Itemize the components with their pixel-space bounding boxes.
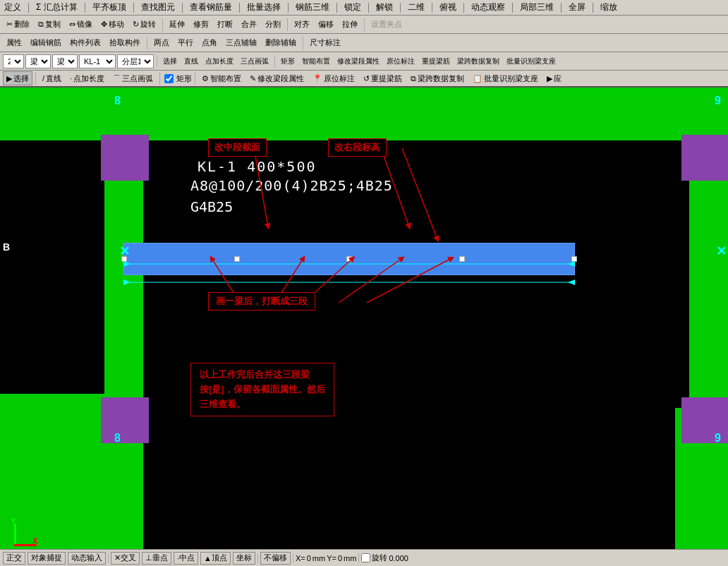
y-axis-line: [14, 524, 16, 546]
status-center[interactable]: · 中点: [174, 552, 198, 565]
btn-pick-comp2[interactable]: 三点画弧: [238, 54, 272, 68]
x-marker-right: ✕: [716, 243, 727, 259]
unit1: mm: [313, 554, 325, 562]
type2-select[interactable]: 梁: [52, 54, 78, 68]
btn-3pt-aux[interactable]: 三点辅轴: [222, 35, 260, 51]
num-top-left: 8: [114, 95, 121, 107]
btn-grip[interactable]: 设置夹点: [368, 17, 406, 32]
btn-pick-comp[interactable]: 拾取构件: [106, 35, 144, 51]
snap-batch-support[interactable]: 📋 批量识别梁支座: [469, 71, 542, 85]
status-coord[interactable]: 坐标: [233, 552, 255, 565]
menu-zoom[interactable]: 缩放: [597, 1, 620, 14]
btn-batch-id[interactable]: 批量识别梁支座: [504, 54, 559, 68]
menu-top-view[interactable]: 俯视: [437, 1, 459, 14]
btn-span-copy[interactable]: 梁跨数据复制: [454, 54, 502, 68]
layer-select[interactable]: 分层1: [117, 54, 154, 68]
btn-comp-list2[interactable]: 点加长度: [202, 54, 236, 68]
toolbar1: ✂删除 ⧉复制 ⇔镜像 ✥移动 ↻旋转 延伸 修剪 打断 合并 分割 对齐 偏移…: [0, 16, 728, 34]
btn-pt-angle[interactable]: 点角: [198, 35, 221, 51]
snap-apply[interactable]: ▶ 应: [543, 71, 565, 85]
coord-widget: Y X: [7, 518, 35, 546]
btn-copy[interactable]: ⧉复制: [35, 17, 64, 32]
main-canvas[interactable]: ✕ ✕ KL-1 400*500 A8@100/200(4)2B25;4B25 …: [0, 88, 728, 549]
btn-trim[interactable]: 修剪: [190, 17, 212, 32]
status-not-offset[interactable]: 不偏移: [260, 552, 291, 565]
snap-smart[interactable]: ⚙ 智能布置: [198, 71, 245, 85]
btn-merge[interactable]: 合并: [238, 17, 260, 32]
menu-dynamic-obs[interactable]: 动态观察: [468, 1, 508, 14]
menu-rebar-qty[interactable]: 查看钢筋量: [187, 1, 235, 14]
btn-edit-rebar2[interactable]: 直线: [181, 54, 201, 68]
status-midpoint[interactable]: ⊥ 垂点: [142, 552, 171, 565]
menu-align-top[interactable]: 平齐板顶: [90, 1, 129, 14]
dim-line-top: [123, 257, 575, 271]
layer-num-select[interactable]: 2: [3, 54, 24, 68]
rotate-checkbox[interactable]: [361, 553, 370, 562]
snap-re-rebar[interactable]: ↺ 重提梁筋: [360, 71, 406, 85]
btn-move[interactable]: ✥移动: [97, 17, 128, 32]
btn-edit-rebar[interactable]: 编辑钢筋: [27, 35, 65, 51]
menu-bar: 定义 Σ 汇总计算 平齐板顶 查找图元 查看钢筋量 批量选择 钢筋三维 锁定 解…: [0, 0, 728, 16]
coord-axes: Y X: [7, 518, 35, 546]
y-value: 0: [338, 554, 342, 562]
status-top[interactable]: ▲ 顶点: [200, 552, 231, 565]
id-select[interactable]: KL-1: [79, 54, 116, 68]
x-label: X=: [296, 554, 305, 562]
snap-span-copy[interactable]: ⧉ 梁跨数据复制: [407, 71, 468, 85]
snap-in-situ[interactable]: 📍 原位标注: [309, 71, 358, 85]
rotate-display: 旋转 0.000: [361, 553, 408, 563]
menu-batch-select[interactable]: 批量选择: [244, 1, 284, 14]
num-bottom-left: 8: [114, 432, 121, 445]
menu-local-3d[interactable]: 局部三维: [517, 1, 557, 14]
menu-2d[interactable]: 二维: [405, 1, 427, 14]
menu-unlock[interactable]: 解锁: [373, 1, 396, 14]
beam-label-line2: A8@100/200(4)2B25;4B25: [190, 177, 393, 194]
menu-define[interactable]: 定义: [1, 1, 24, 14]
svg-marker-10: [568, 261, 575, 267]
menu-fullscreen[interactable]: 全屏: [566, 1, 588, 14]
snap-pt-len[interactable]: · 点加长度: [66, 71, 108, 85]
btn-props2[interactable]: 选择: [160, 54, 180, 68]
status-snap[interactable]: 对象捕捉: [28, 552, 66, 565]
btn-parallel2[interactable]: 智能布置: [299, 54, 333, 68]
btn-offset[interactable]: 偏移: [315, 17, 337, 32]
btn-del-aux[interactable]: 删除辅轴: [262, 35, 300, 51]
support-top-right: [681, 135, 728, 181]
btn-align[interactable]: 对齐: [291, 17, 313, 32]
btn-parallel[interactable]: 平行: [174, 35, 197, 51]
btn-pt-angle2[interactable]: 修改梁段属性: [334, 54, 382, 68]
btn-3pt-aux2[interactable]: 原位标注: [384, 54, 418, 68]
support-bottom-right: [681, 397, 728, 443]
snap-select[interactable]: ▶ 选择: [3, 71, 32, 85]
btn-dim[interactable]: 尺寸标注: [306, 35, 344, 51]
menu-summary[interactable]: Σ 汇总计算: [33, 1, 80, 14]
menu-find[interactable]: 查找图元: [138, 1, 178, 14]
btn-split[interactable]: 分割: [262, 17, 284, 32]
menu-lock[interactable]: 锁定: [341, 1, 364, 14]
menu-rebar-3d[interactable]: 钢筋三维: [293, 1, 332, 14]
status-ortho[interactable]: 正交: [3, 552, 25, 565]
btn-delete[interactable]: ✂删除: [3, 17, 33, 32]
type1-select[interactable]: 梁: [25, 54, 51, 68]
anno-right-elevation: 改右段标高: [328, 138, 387, 157]
x-axis-label: X: [32, 536, 37, 545]
btn-stretch[interactable]: 拉伸: [339, 17, 361, 32]
btn-del-aux2[interactable]: 重提梁筋: [419, 54, 453, 68]
status-cross[interactable]: ✕ 交叉: [111, 552, 140, 565]
btn-break[interactable]: 打断: [214, 17, 236, 32]
x-value: 0: [307, 554, 311, 562]
check-rect[interactable]: [164, 74, 174, 83]
btn-rotate[interactable]: ↻旋转: [129, 17, 159, 32]
btn-two-pt2[interactable]: 矩形: [278, 54, 298, 68]
btn-extend[interactable]: 延伸: [166, 17, 188, 32]
snap-line[interactable]: / 直线: [39, 71, 65, 85]
btn-props[interactable]: 属性: [3, 35, 25, 51]
status-dynamic[interactable]: 动态输入: [68, 552, 106, 565]
anno-merge-title: 以上工作完后合并这三段梁: [200, 368, 325, 383]
btn-mirror[interactable]: ⇔镜像: [66, 17, 96, 32]
anno-merge-body: 按[是]，保留各截面属性。然后三维查看。: [200, 383, 325, 412]
btn-comp-list[interactable]: 构件列表: [66, 35, 104, 51]
btn-two-pt[interactable]: 两点: [150, 35, 173, 51]
snap-3pt-arc[interactable]: ⌒ 三点画弧: [109, 71, 157, 85]
snap-mod-seg[interactable]: ✎ 修改梁段属性: [246, 71, 308, 85]
